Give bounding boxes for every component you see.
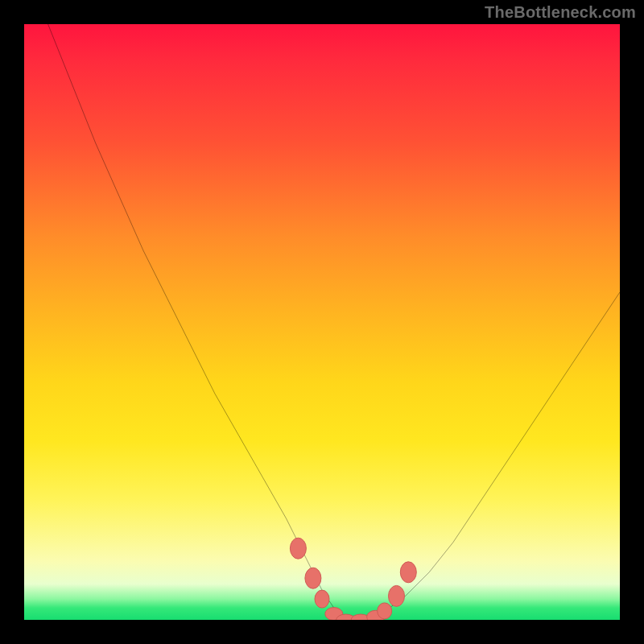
chart-frame: TheBottleneck.com: [0, 0, 644, 644]
watermark-text: TheBottleneck.com: [485, 3, 636, 22]
marker-point: [290, 538, 306, 559]
marker-point: [400, 562, 416, 583]
marker-point: [315, 590, 329, 608]
marker-point: [305, 568, 321, 588]
marker-layer: [24, 24, 620, 620]
plot-area: [24, 24, 620, 620]
marker-point: [389, 585, 405, 606]
marker-point: [378, 603, 392, 619]
